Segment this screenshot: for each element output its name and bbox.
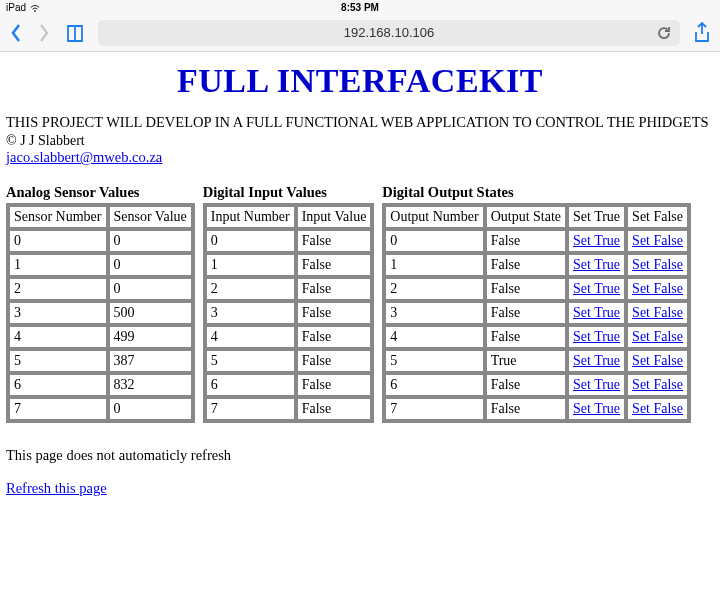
output-state: False bbox=[486, 398, 566, 420]
share-icon[interactable] bbox=[692, 21, 712, 45]
sensor-number: 2 bbox=[9, 278, 107, 300]
set-true-link[interactable]: Set True bbox=[573, 233, 620, 248]
table-row: 4499 bbox=[9, 326, 192, 348]
output-number: 0 bbox=[385, 230, 483, 252]
sensor-number: 5 bbox=[9, 350, 107, 372]
table-row: 6False bbox=[206, 374, 372, 396]
device-label: iPad bbox=[6, 2, 26, 13]
col-header: Set True bbox=[568, 206, 625, 228]
sensor-number: 0 bbox=[9, 230, 107, 252]
digin-column: Digital Input Values Input Number Input … bbox=[203, 184, 375, 423]
table-row: 6832 bbox=[9, 374, 192, 396]
sensor-value: 832 bbox=[109, 374, 192, 396]
input-value: False bbox=[297, 326, 372, 348]
digital-output-table: Output Number Output State Set True Set … bbox=[382, 203, 691, 423]
digital-input-table: Input Number Input Value 0False1False2Fa… bbox=[203, 203, 375, 423]
set-false-link[interactable]: Set False bbox=[632, 353, 683, 368]
digital-output-title: Digital Output States bbox=[382, 184, 691, 201]
project-description: THIS PROJECT WILL DEVELOP IN A FULL FUNC… bbox=[6, 114, 714, 131]
set-false-link[interactable]: Set False bbox=[632, 377, 683, 392]
output-number: 2 bbox=[385, 278, 483, 300]
set-false-link[interactable]: Set False bbox=[632, 281, 683, 296]
input-value: False bbox=[297, 230, 372, 252]
output-state: True bbox=[486, 350, 566, 372]
sensor-number: 1 bbox=[9, 254, 107, 276]
set-false-cell: Set False bbox=[627, 230, 688, 252]
sensor-value: 500 bbox=[109, 302, 192, 324]
set-true-cell: Set True bbox=[568, 278, 625, 300]
output-number: 7 bbox=[385, 398, 483, 420]
table-row: 7FalseSet TrueSet False bbox=[385, 398, 688, 420]
set-false-cell: Set False bbox=[627, 350, 688, 372]
set-false-link[interactable]: Set False bbox=[632, 233, 683, 248]
set-false-link[interactable]: Set False bbox=[632, 401, 683, 416]
input-value: False bbox=[297, 302, 372, 324]
back-button[interactable] bbox=[8, 21, 24, 45]
bookmarks-icon[interactable] bbox=[64, 22, 86, 44]
analog-table: Sensor Number Sensor Value 0010203500449… bbox=[6, 203, 195, 423]
input-number: 4 bbox=[206, 326, 295, 348]
table-row: 5False bbox=[206, 350, 372, 372]
output-number: 4 bbox=[385, 326, 483, 348]
output-number: 6 bbox=[385, 374, 483, 396]
refresh-link[interactable]: Refresh this page bbox=[6, 480, 107, 497]
input-value: False bbox=[297, 350, 372, 372]
sensor-value: 387 bbox=[109, 350, 192, 372]
set-true-link[interactable]: Set True bbox=[573, 353, 620, 368]
table-row: 70 bbox=[9, 398, 192, 420]
set-true-link[interactable]: Set True bbox=[573, 281, 620, 296]
refresh-note: This page does not automaticly refresh bbox=[6, 447, 714, 464]
set-true-link[interactable]: Set True bbox=[573, 401, 620, 416]
digital-input-title: Digital Input Values bbox=[203, 184, 375, 201]
sensor-value: 0 bbox=[109, 398, 192, 420]
sensor-number: 4 bbox=[9, 326, 107, 348]
url-text: 192.168.10.106 bbox=[344, 25, 434, 40]
analog-title: Analog Sensor Values bbox=[6, 184, 195, 201]
sensor-value: 0 bbox=[109, 278, 192, 300]
wifi-icon bbox=[30, 3, 40, 11]
input-number: 0 bbox=[206, 230, 295, 252]
set-true-link[interactable]: Set True bbox=[573, 329, 620, 344]
table-row: 10 bbox=[9, 254, 192, 276]
input-number: 2 bbox=[206, 278, 295, 300]
input-value: False bbox=[297, 254, 372, 276]
set-false-link[interactable]: Set False bbox=[632, 305, 683, 320]
set-true-link[interactable]: Set True bbox=[573, 305, 620, 320]
input-number: 6 bbox=[206, 374, 295, 396]
sensor-value: 0 bbox=[109, 254, 192, 276]
input-number: 5 bbox=[206, 350, 295, 372]
set-false-link[interactable]: Set False bbox=[632, 257, 683, 272]
input-value: False bbox=[297, 278, 372, 300]
set-true-cell: Set True bbox=[568, 326, 625, 348]
set-true-cell: Set True bbox=[568, 230, 625, 252]
table-header-row: Input Number Input Value bbox=[206, 206, 372, 228]
analog-column: Analog Sensor Values Sensor Number Senso… bbox=[6, 184, 195, 423]
table-row: 20 bbox=[9, 278, 192, 300]
input-number: 7 bbox=[206, 398, 295, 420]
table-row: 6FalseSet TrueSet False bbox=[385, 374, 688, 396]
set-true-link[interactable]: Set True bbox=[573, 377, 620, 392]
set-true-cell: Set True bbox=[568, 302, 625, 324]
set-true-cell: Set True bbox=[568, 254, 625, 276]
output-state: False bbox=[486, 326, 566, 348]
reload-icon[interactable] bbox=[656, 25, 672, 41]
input-value: False bbox=[297, 398, 372, 420]
output-number: 5 bbox=[385, 350, 483, 372]
set-true-link[interactable]: Set True bbox=[573, 257, 620, 272]
set-false-cell: Set False bbox=[627, 302, 688, 324]
table-row: 4False bbox=[206, 326, 372, 348]
address-bar[interactable]: 192.168.10.106 bbox=[98, 20, 680, 46]
col-header: Sensor Value bbox=[109, 206, 192, 228]
table-row: 2FalseSet TrueSet False bbox=[385, 278, 688, 300]
email-link[interactable]: jaco.slabbert@mweb.co.za bbox=[6, 149, 162, 165]
output-state: False bbox=[486, 278, 566, 300]
sensor-number: 7 bbox=[9, 398, 107, 420]
table-row: 00 bbox=[9, 230, 192, 252]
set-false-link[interactable]: Set False bbox=[632, 329, 683, 344]
table-row: 3500 bbox=[9, 302, 192, 324]
sensor-number: 3 bbox=[9, 302, 107, 324]
ios-statusbar: iPad 8:53 PM bbox=[0, 0, 720, 14]
svg-point-0 bbox=[34, 11, 35, 12]
forward-button[interactable] bbox=[36, 21, 52, 45]
input-number: 1 bbox=[206, 254, 295, 276]
